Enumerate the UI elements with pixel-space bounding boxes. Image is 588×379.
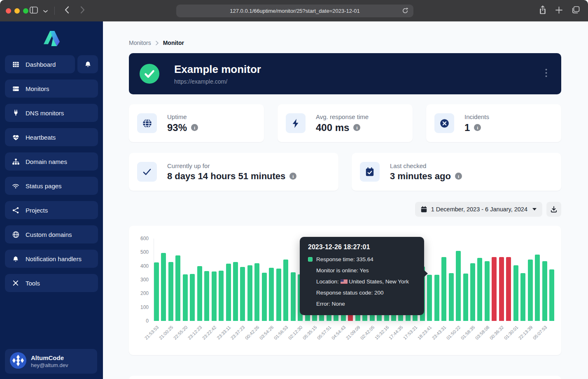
breadcrumb-monitors-link[interactable]: Monitors: [129, 40, 151, 46]
chevron-down-icon[interactable]: [43, 7, 48, 14]
info-icon[interactable]: i: [353, 124, 360, 131]
chart-bar[interactable]: [254, 263, 259, 321]
bell-icon: [11, 255, 20, 263]
chart-bar[interactable]: [283, 260, 288, 321]
chart-bar[interactable]: [269, 268, 274, 321]
chart-bar[interactable]: [197, 266, 202, 321]
x-axis-tick-label: 05:07:53: [518, 325, 548, 354]
chart-bar[interactable]: [506, 257, 511, 321]
server-icon: [11, 85, 20, 93]
chart-bar[interactable]: [226, 264, 231, 321]
sidebar-item-tools[interactable]: Tools: [5, 274, 98, 292]
sidebar-item-notification-handlers[interactable]: Notification handlers: [5, 250, 98, 268]
chart-bar[interactable]: [291, 272, 296, 321]
tab-overview-icon[interactable]: [572, 6, 580, 15]
monitor-url[interactable]: https://example.com/: [174, 78, 261, 85]
close-window-button[interactable]: [6, 8, 11, 14]
zoom-window-button[interactable]: [23, 8, 28, 14]
back-icon[interactable]: [65, 6, 69, 15]
chart-bar[interactable]: [492, 257, 497, 321]
info-icon[interactable]: i: [455, 173, 462, 180]
chart-bar[interactable]: [427, 275, 432, 321]
chart-bar[interactable]: [499, 257, 504, 321]
chart-bar[interactable]: [233, 262, 238, 321]
chart-bar[interactable]: [477, 258, 482, 321]
reload-icon[interactable]: [401, 7, 409, 16]
sidebar-toggle-icon[interactable]: [30, 7, 38, 15]
monitor-status-up-icon: [140, 64, 159, 84]
currently-up-value: 8 days 14 hours 51 minutes: [167, 171, 285, 182]
minimize-window-button[interactable]: [14, 8, 20, 14]
sitemap-icon: [11, 158, 20, 166]
tooltip-row: Error: None: [308, 298, 416, 309]
main-content: Monitors Monitor Example monitor https:/…: [103, 21, 588, 379]
chart-bar[interactable]: [485, 261, 490, 321]
caret-down-icon: [532, 208, 537, 211]
sidebar-item-dns-monitors[interactable]: DNS monitors: [5, 104, 98, 122]
tooltip-row: Location: United States, New York: [308, 276, 416, 287]
info-icon[interactable]: i: [289, 173, 296, 180]
sidebar-item-monitors[interactable]: Monitors: [5, 80, 98, 98]
user-email: hey@altum.dev: [31, 362, 68, 368]
chart-bar[interactable]: [456, 251, 461, 321]
incidents-label: Incidents: [464, 113, 489, 120]
sidebar-item-label: Projects: [26, 207, 48, 214]
screwdriver-wrench-icon: [11, 279, 20, 287]
sidebar-item-label: DNS monitors: [26, 110, 64, 117]
chart-bar[interactable]: [470, 263, 475, 321]
address-bar[interactable]: 127.0.0.1/66uptime/monitor/25?start_date…: [176, 5, 413, 17]
chart-bar[interactable]: [154, 262, 159, 321]
chart-bar[interactable]: [175, 255, 180, 321]
chart-bar[interactable]: [449, 273, 454, 321]
chart-bar[interactable]: [535, 255, 540, 321]
window-controls: [6, 8, 28, 14]
bolt-icon: [286, 113, 306, 133]
chart-bar[interactable]: [183, 274, 188, 321]
app-logo[interactable]: [0, 21, 103, 47]
y-axis-tick-label: 600: [132, 236, 149, 241]
monitor-options-menu-icon[interactable]: [544, 67, 549, 81]
chart-bar[interactable]: [441, 257, 446, 321]
chart-bar[interactable]: [542, 261, 547, 321]
chart-bar[interactable]: [513, 265, 518, 321]
chart-bar[interactable]: [463, 274, 468, 321]
sidebar-item-heartbeats[interactable]: Heartbeats: [5, 128, 98, 146]
chart-bar[interactable]: [276, 269, 281, 321]
new-tab-icon[interactable]: [555, 7, 562, 15]
sidebar-item-custom-domains[interactable]: Custom domains: [5, 225, 98, 243]
notifications-button[interactable]: [77, 55, 98, 73]
sidebar-item-label: Status pages: [26, 182, 62, 190]
sidebar: Dashboard MonitorsDNS monitorsHeartbeats…: [0, 21, 103, 379]
date-range-picker[interactable]: 1 December, 2023 - 6 January, 2024: [415, 202, 542, 217]
download-report-button[interactable]: [546, 202, 561, 217]
chart-bar[interactable]: [262, 273, 267, 321]
user-account-card[interactable]: AltumCode hey@altum.dev: [5, 349, 97, 374]
chart-bar[interactable]: [212, 271, 217, 321]
uptime-label: Uptime: [167, 113, 198, 120]
calendar-icon: [421, 206, 427, 213]
chart-bar[interactable]: [528, 260, 533, 321]
y-axis-tick-label: 0: [132, 318, 149, 324]
sidebar-item-status-pages[interactable]: Status pages: [5, 177, 98, 195]
sidebar-item-projects[interactable]: Projects: [5, 201, 98, 219]
sidebar-item-domain-names[interactable]: Domain names: [5, 152, 98, 171]
chart-bar[interactable]: [240, 267, 245, 321]
chart-bar[interactable]: [434, 275, 439, 321]
info-icon[interactable]: i: [191, 124, 198, 131]
chart-bar[interactable]: [204, 271, 209, 321]
browser-window: 127.0.0.1/66uptime/monitor/25?start_date…: [0, 0, 588, 379]
chart-bar[interactable]: [161, 253, 166, 321]
info-icon[interactable]: i: [474, 124, 481, 131]
chart-bar[interactable]: [520, 273, 525, 321]
chart-bar[interactable]: [549, 269, 554, 321]
browser-toolbar: 127.0.0.1/66uptime/monitor/25?start_date…: [0, 0, 588, 21]
chart-bar[interactable]: [219, 271, 224, 321]
forward-icon[interactable]: [80, 6, 85, 15]
chart-bar[interactable]: [190, 274, 195, 321]
chart-bar[interactable]: [168, 262, 173, 321]
chart-bar[interactable]: [247, 265, 252, 321]
sidebar-item-dashboard[interactable]: Dashboard: [5, 55, 75, 73]
y-axis-tick-label: 100: [132, 304, 149, 310]
share-icon[interactable]: [539, 5, 546, 16]
avg-response-value: 400 ms: [316, 122, 349, 133]
